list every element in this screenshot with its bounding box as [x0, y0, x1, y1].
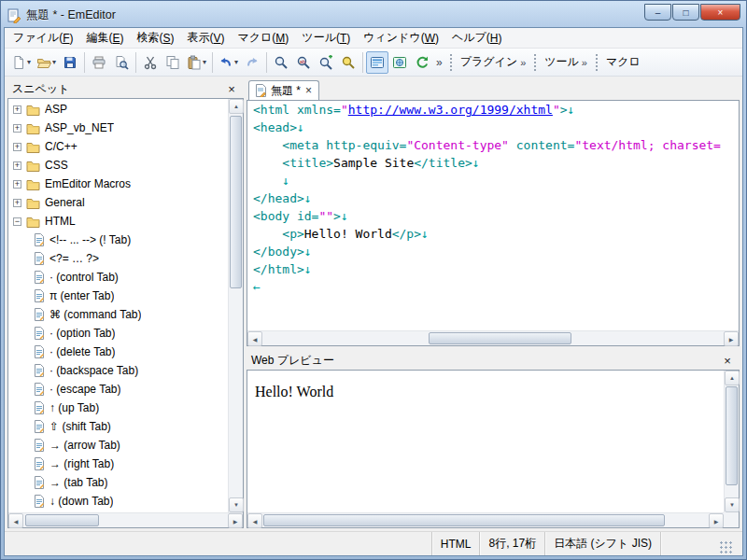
plugins-menu-chevron-icon[interactable]: » [520, 57, 526, 68]
scroll-thumb[interactable] [429, 332, 571, 344]
snippet-item[interactable]: <?= … ?> [8, 249, 228, 268]
print-preview-button[interactable] [110, 51, 133, 74]
scroll-track[interactable] [229, 114, 243, 497]
resize-grip[interactable] [720, 541, 733, 554]
scroll-track[interactable] [262, 331, 724, 345]
snippet-item[interactable]: ↓ (down Tab) [8, 492, 228, 511]
tree-folder-css[interactable]: +CSS [8, 156, 228, 175]
snippet-item[interactable]: · (delete Tab) [8, 343, 228, 361]
scroll-thumb[interactable] [263, 514, 665, 526]
menu-macros[interactable]: マクロ(M) [232, 28, 296, 48]
expand-icon[interactable]: + [13, 180, 21, 189]
status-cursor-position[interactable]: 8行, 17桁 [479, 532, 544, 555]
snippet-item[interactable]: · (control Tab) [8, 268, 228, 287]
toolbar-grip[interactable] [533, 53, 537, 72]
snippet-item[interactable]: → (tab Tab) [8, 473, 228, 492]
title-bar[interactable]: 無題 * - EmEditor – □ × [4, 4, 743, 27]
snippet-item[interactable]: ↑ (up Tab) [8, 399, 228, 417]
scroll-thumb[interactable] [25, 514, 99, 526]
snippet-item[interactable]: · (option Tab) [8, 324, 228, 343]
status-encoding[interactable]: 日本語 (シフト JIS) [544, 532, 660, 555]
snippet-item[interactable]: · (escape Tab) [8, 380, 228, 399]
minimize-button[interactable]: – [644, 4, 671, 21]
scroll-track[interactable] [262, 513, 709, 527]
expand-icon[interactable]: + [13, 199, 21, 207]
paste-dropdown-icon[interactable]: ▾ [203, 58, 206, 66]
maximize-button[interactable]: □ [672, 4, 699, 21]
find-button[interactable] [270, 51, 292, 74]
tab-untitled[interactable]: 無題 * × [248, 80, 319, 100]
scroll-up-icon[interactable]: ▲ [229, 99, 244, 114]
code-area[interactable]: <html xmlns="http://www.w3.org/1999/xhtm… [247, 101, 739, 330]
status-syntax[interactable]: HTML [431, 532, 480, 555]
tree-folder-general[interactable]: +General [8, 193, 228, 212]
scroll-track[interactable] [23, 513, 228, 527]
toolbar-grip[interactable] [595, 53, 599, 72]
snippet-item[interactable]: ⇧ (shift Tab) [8, 417, 228, 436]
collapse-icon[interactable]: − [13, 217, 21, 226]
editor-horizontal-scrollbar[interactable]: ◀ ▶ [247, 330, 739, 345]
html-bar-button[interactable] [366, 51, 388, 74]
new-document-button[interactable]: ▾ [8, 51, 34, 74]
snippet-item[interactable]: <!-- ... --> (! Tab) [8, 231, 228, 249]
scroll-right-icon[interactable]: ▶ [724, 331, 739, 346]
open-button[interactable]: ▾ [34, 51, 59, 74]
scroll-left-icon[interactable]: ◀ [8, 513, 23, 528]
macros-menu[interactable]: マクロ [602, 51, 644, 74]
menu-tools[interactable]: ツール(T) [295, 28, 357, 48]
copy-button[interactable] [162, 51, 184, 74]
save-button[interactable] [59, 51, 81, 74]
expand-icon[interactable]: + [13, 161, 21, 170]
scroll-down-icon[interactable]: ▼ [725, 497, 740, 512]
snippet-item[interactable]: π (enter Tab) [8, 287, 228, 305]
expand-icon[interactable]: + [13, 124, 21, 133]
print-button[interactable] [88, 51, 110, 74]
toolbar-overflow-chevron-icon[interactable]: » [433, 56, 445, 69]
tree-folder-html[interactable]: −HTML [8, 212, 228, 231]
snippets-horizontal-scrollbar[interactable]: ◀ ▶ [8, 512, 243, 527]
tools-menu[interactable]: ツール» [541, 51, 591, 74]
undo-button[interactable]: ▾ [216, 51, 241, 74]
scroll-thumb[interactable] [726, 386, 738, 485]
browser-refresh-button[interactable] [411, 51, 433, 74]
snippets-vertical-scrollbar[interactable]: ▲ ▼ [228, 99, 243, 512]
snippet-item[interactable]: → (right Tab) [8, 455, 228, 473]
scroll-up-icon[interactable]: ▲ [725, 371, 740, 385]
menu-window[interactable]: ウィンドウ(W) [357, 28, 445, 48]
replace-button[interactable]: ab [292, 51, 315, 74]
highlight-button[interactable] [337, 51, 359, 74]
redo-button[interactable] [241, 51, 263, 74]
open-dropdown-icon[interactable]: ▾ [52, 58, 56, 66]
preview-horizontal-scrollbar[interactable]: ◀ ▶ [247, 512, 724, 527]
menu-help[interactable]: ヘルプ(H) [445, 28, 509, 48]
tree-folder-asp[interactable]: +ASP [8, 100, 228, 119]
web-preview-button[interactable] [388, 51, 411, 74]
find-in-files-button[interactable] [315, 51, 337, 74]
snippet-item[interactable]: · (backspace Tab) [8, 361, 228, 380]
preview-vertical-scrollbar[interactable]: ▲ ▼ [724, 371, 739, 512]
snippet-item[interactable]: → (arrow Tab) [8, 436, 228, 455]
scroll-left-icon[interactable]: ◀ [247, 513, 262, 528]
menu-file[interactable]: ファイル(F) [7, 28, 79, 48]
menu-edit[interactable]: 編集(E) [79, 28, 130, 48]
plugins-menu[interactable]: プラグイン» [457, 51, 530, 74]
tab-close-icon[interactable]: × [304, 84, 313, 97]
expand-icon[interactable]: + [13, 105, 21, 114]
close-snippets-button[interactable]: × [224, 81, 239, 96]
scroll-thumb[interactable] [230, 116, 242, 288]
toolbar-grip[interactable] [449, 53, 453, 72]
tree-folder-asp-vb-net[interactable]: +ASP_vb_NET [8, 119, 228, 137]
tools-menu-chevron-icon[interactable]: » [582, 57, 587, 68]
menu-view[interactable]: 表示(V) [181, 28, 232, 48]
paste-button[interactable]: ▾ [184, 51, 209, 74]
snippet-item[interactable]: ⌘ (command Tab) [8, 305, 228, 324]
scroll-left-icon[interactable]: ◀ [247, 331, 262, 346]
scroll-right-icon[interactable]: ▶ [709, 513, 724, 528]
tree-folder-emeditor-macros[interactable]: +EmEditor Macros [8, 175, 228, 193]
close-button[interactable]: × [700, 4, 740, 21]
new-document-dropdown-icon[interactable]: ▾ [27, 58, 31, 66]
tree-folder-c-c[interactable]: +C/C++ [8, 137, 228, 156]
scroll-right-icon[interactable]: ▶ [228, 513, 243, 528]
cut-button[interactable] [139, 51, 162, 74]
close-preview-button[interactable]: × [720, 353, 735, 368]
